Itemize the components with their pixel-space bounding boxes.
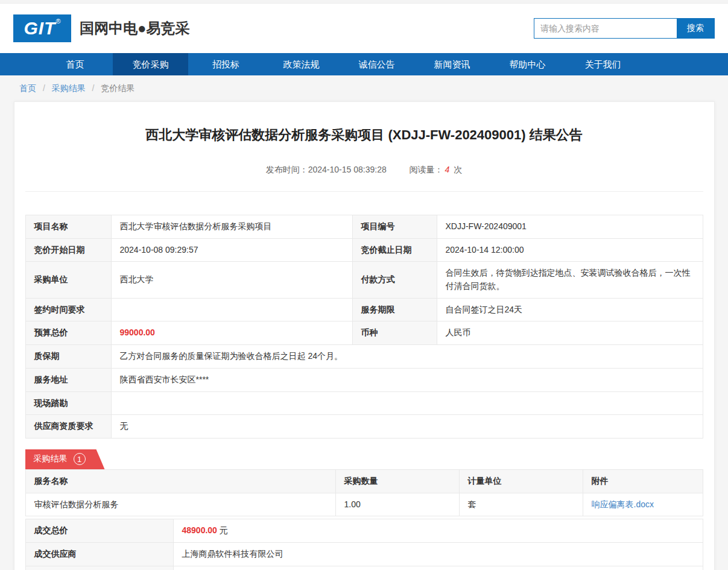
quantity: 1.00 bbox=[335, 493, 459, 516]
field-label: 竞价开始日期 bbox=[25, 238, 111, 262]
field-value: 自合同签订之日24天 bbox=[437, 298, 703, 321]
breadcrumb: 首页 / 采购结果 / 竞价结果 bbox=[13, 75, 715, 101]
table-row: 签约时间要求 服务期限 自合同签订之日24天 bbox=[25, 298, 703, 321]
nav-item-integrity-notices[interactable]: 诚信公告 bbox=[339, 53, 414, 75]
field-label: 成交总价 bbox=[25, 519, 173, 543]
field-label: 签约时间要求 bbox=[25, 298, 111, 321]
field-label: 项目编号 bbox=[352, 215, 437, 239]
service-name: 审核评估数据分析服务 bbox=[25, 493, 335, 516]
result-items-table: 服务名称 采购数量 计量单位 附件 审核评估数据分析服务 1.00 套 响应偏离… bbox=[25, 469, 703, 516]
field-value: 无 bbox=[111, 415, 703, 439]
table-row: 供应商资质要求 无 bbox=[25, 415, 703, 439]
nav-item-tendering[interactable]: 招投标 bbox=[188, 53, 264, 75]
nav-item-help-center[interactable]: 帮助中心 bbox=[490, 53, 565, 75]
breadcrumb-procurement-results-link[interactable]: 采购结果 bbox=[52, 83, 86, 93]
nav-item-bidding-procurement[interactable]: 竞价采购 bbox=[113, 53, 188, 75]
announcement-card: 西北大学审核评估数据分析服务采购项目 (XDJJ-FW-202409001) 结… bbox=[14, 101, 715, 570]
field-value bbox=[111, 391, 703, 415]
publish-time: 发布时间：2024-10-15 08:39:28 bbox=[266, 165, 387, 174]
unit: 套 bbox=[459, 493, 583, 516]
field-label: 服务地址 bbox=[25, 368, 111, 391]
table-row: 成交供应商 上海商鼎软件科技有限公司 bbox=[25, 542, 703, 566]
table-row: 服务地址 陕西省西安市长安区**** bbox=[25, 368, 703, 391]
field-value: 2024-10-08 09:29:57 bbox=[111, 238, 352, 262]
views: 阅读量：4 次 bbox=[410, 165, 463, 174]
field-value: 西北大学审核评估数据分析服务采购项目 bbox=[111, 215, 352, 239]
table-header-row: 服务名称 采购数量 计量单位 附件 bbox=[25, 469, 703, 493]
field-value: XDJJ-FW-202409001 bbox=[437, 215, 703, 239]
table-row: 采购单位 西北大学 付款方式 合同生效后，待货物到达指定地点、安装调试验收合格后… bbox=[25, 262, 703, 298]
currency-suffix: 元 bbox=[217, 525, 228, 535]
field-value: 人民币 bbox=[437, 321, 703, 345]
registered-trademark-icon: ® bbox=[55, 17, 60, 25]
column-header: 采购数量 bbox=[335, 469, 459, 493]
git-logo[interactable]: GIT ® bbox=[13, 14, 71, 42]
field-value bbox=[111, 298, 352, 321]
field-value: 2024-10-14 12:00:00 bbox=[437, 238, 703, 262]
breadcrumb-home-link[interactable]: 首页 bbox=[19, 83, 36, 93]
field-label: 服务期限 bbox=[352, 298, 437, 321]
logo-text: GIT bbox=[24, 14, 55, 42]
table-row: 质保及售后服务 服务期：自合同签订之日起2年。 质保期：自验收合格之日起2年。 bbox=[25, 566, 703, 570]
table-row: 预算总价 99000.00 币种 人民币 bbox=[25, 321, 703, 345]
table-row: 质保期 乙方对合同服务的质量保证期为验收合格后之日起 24个月。 bbox=[25, 345, 703, 369]
views-unit: 次 bbox=[454, 165, 462, 174]
article-meta: 发布时间：2024-10-15 08:39:28 阅读量：4 次 bbox=[25, 165, 703, 192]
nav-item-home[interactable]: 首页 bbox=[37, 53, 113, 75]
main-nav: 首页 竞价采购 招投标 政策法规 诚信公告 新闻资讯 帮助中心 关于我们 bbox=[0, 53, 728, 75]
site-header: GIT ® 国网中电●易竞采 搜索 bbox=[0, 4, 728, 53]
field-label: 成交供应商 bbox=[25, 542, 173, 566]
winning-supplier: 上海商鼎软件科技有限公司 bbox=[173, 542, 703, 566]
attachment-link[interactable]: 响应偏离表.docx bbox=[592, 499, 654, 509]
publish-time-value: 2024-10-15 08:39:28 bbox=[308, 165, 387, 174]
site-name: 国网中电●易竞采 bbox=[80, 19, 190, 38]
nav-item-policies[interactable]: 政策法规 bbox=[264, 53, 339, 75]
warranty-service: 服务期：自合同签订之日起2年。 质保期：自验收合格之日起2年。 bbox=[173, 566, 703, 570]
search-button[interactable]: 搜索 bbox=[677, 19, 714, 38]
breadcrumb-separator: / bbox=[92, 83, 95, 93]
column-header: 服务名称 bbox=[25, 469, 335, 493]
procurement-result-badge: 采购结果 1 bbox=[25, 449, 105, 469]
field-value: 陕西省西安市长安区**** bbox=[111, 368, 703, 391]
views-count: 4 bbox=[445, 165, 450, 174]
field-label: 质保期 bbox=[25, 345, 111, 369]
badge-count-circle-icon: 1 bbox=[74, 453, 86, 465]
field-label: 采购单位 bbox=[25, 262, 111, 298]
column-header: 附件 bbox=[583, 469, 703, 493]
field-label: 项目名称 bbox=[25, 215, 111, 239]
field-value: 西北大学 bbox=[111, 262, 352, 298]
budget-total-value: 99000.00 bbox=[111, 321, 352, 345]
table-row: 现场踏勘 bbox=[25, 391, 703, 415]
publish-time-label: 发布时间： bbox=[266, 165, 308, 174]
search-box: 搜索 bbox=[534, 18, 715, 39]
table-row: 项目名称 西北大学审核评估数据分析服务采购项目 项目编号 XDJJ-FW-202… bbox=[25, 215, 703, 239]
field-value: 合同生效后，待货物到达指定地点、安装调试验收合格后，一次性付清合同货款。 bbox=[437, 262, 703, 298]
field-label: 预算总价 bbox=[25, 321, 111, 345]
brand: GIT ® 国网中电●易竞采 bbox=[13, 14, 190, 42]
nav-item-about-us[interactable]: 关于我们 bbox=[565, 53, 641, 75]
field-label: 竞价截止日期 bbox=[352, 238, 437, 262]
nav-item-news[interactable]: 新闻资讯 bbox=[414, 53, 490, 75]
field-label: 质保及售后服务 bbox=[25, 566, 173, 570]
search-input[interactable] bbox=[534, 19, 677, 38]
field-value: 乙方对合同服务的质量保证期为验收合格后之日起 24个月。 bbox=[111, 345, 703, 369]
field-label: 付款方式 bbox=[352, 262, 437, 298]
deal-summary-table: 成交总价 48900.00 元 成交供应商 上海商鼎软件科技有限公司 质保及售后… bbox=[25, 519, 703, 570]
views-label: 阅读量： bbox=[410, 165, 443, 174]
table-row: 审核评估数据分析服务 1.00 套 响应偏离表.docx bbox=[25, 493, 703, 516]
field-label: 币种 bbox=[352, 321, 437, 345]
project-info-table: 项目名称 西北大学审核评估数据分析服务采购项目 项目编号 XDJJ-FW-202… bbox=[25, 215, 703, 439]
field-label: 供应商资质要求 bbox=[25, 415, 111, 439]
field-label: 现场踏勘 bbox=[25, 391, 111, 415]
badge-label: 采购结果 bbox=[34, 454, 68, 464]
breadcrumb-current-page: 竞价结果 bbox=[101, 83, 135, 93]
page-title: 西北大学审核评估数据分析服务采购项目 (XDJJ-FW-202409001) 结… bbox=[25, 126, 703, 144]
column-header: 计量单位 bbox=[459, 469, 583, 493]
table-row: 成交总价 48900.00 元 bbox=[25, 519, 703, 543]
breadcrumb-separator: / bbox=[43, 83, 45, 93]
table-row: 竞价开始日期 2024-10-08 09:29:57 竞价截止日期 2024-1… bbox=[25, 238, 703, 262]
deal-total-price: 48900.00 bbox=[182, 525, 217, 535]
